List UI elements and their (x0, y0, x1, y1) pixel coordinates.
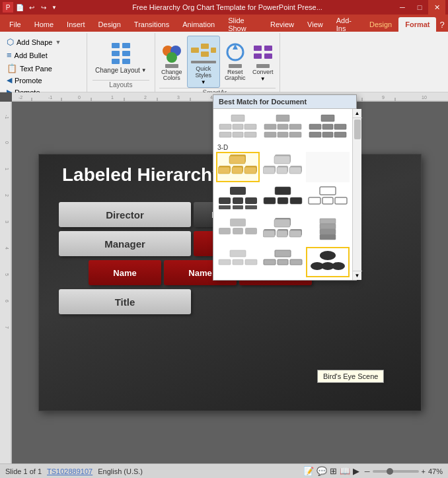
tab-animation[interactable]: Animation (176, 17, 221, 32)
svg-rect-124 (320, 229, 336, 234)
svg-rect-63 (233, 132, 243, 137)
quick-styles-button[interactable]: QuickStyles ▼ (187, 36, 220, 88)
svg-text:0: 0 (78, 95, 81, 100)
scroll-up-button[interactable]: ▲ (353, 109, 362, 118)
svg-rect-65 (276, 115, 289, 121)
3d-label: 3-D (216, 143, 350, 152)
reset-graphic-button[interactable]: ResetGraphic (223, 40, 248, 85)
tab-view[interactable]: View (301, 17, 330, 32)
tab-design-contextual[interactable]: Design (363, 17, 398, 32)
svg-rect-80 (229, 156, 245, 164)
style-flat-medium[interactable] (261, 112, 305, 142)
promote-icon: ◀ (7, 76, 12, 85)
style-flat-dark[interactable] (306, 112, 350, 142)
svg-rect-73 (309, 124, 321, 129)
slide-view-icon[interactable]: ⊞ (330, 466, 337, 476)
svg-text:-2: -2 (19, 95, 22, 100)
svg-rect-130 (275, 250, 291, 257)
svg-text:2: 2 (144, 95, 147, 100)
svg-rect-20 (264, 53, 272, 59)
svg-rect-117 (263, 230, 275, 237)
redo-qa-icon[interactable]: ↪ (38, 2, 49, 13)
tab-home[interactable]: Home (28, 17, 60, 32)
style-flat-light[interactable] (216, 112, 260, 142)
minimize-button[interactable]: ─ (394, 0, 411, 15)
style-gray-stack[interactable] (306, 215, 350, 246)
title-bar: P 📄 ↩ ↪ ▼ Free Hierarchy Org Chart Templ… (0, 0, 448, 15)
svg-rect-5 (122, 59, 130, 64)
style-3d-selected[interactable] (216, 152, 260, 182)
style-gray-3d[interactable] (261, 215, 305, 246)
svg-rect-101 (245, 205, 257, 209)
dropdown-scrollbar[interactable]: ▲ ▼ (352, 109, 361, 280)
svg-rect-103 (264, 197, 276, 204)
svg-rect-123 (320, 224, 336, 229)
zoom-out-button[interactable]: ─ (365, 467, 370, 475)
quick-styles-icon (190, 38, 217, 66)
reading-view-icon[interactable]: 📖 (340, 466, 350, 476)
comments-icon[interactable]: 💬 (317, 466, 327, 476)
style-line-medium[interactable] (261, 247, 305, 277)
add-bullet-button[interactable]: ≡ Add Bullet (4, 49, 84, 61)
svg-rect-14 (191, 61, 216, 63)
convert-caret: ▼ (260, 76, 266, 82)
convert-icon (252, 42, 274, 69)
promote-button[interactable]: ◀ Promote (4, 75, 84, 86)
tab-transitions[interactable]: Transitions (128, 17, 176, 32)
style-dark-outline[interactable] (306, 184, 350, 214)
create-graphic-group: ⬡ Add Shape ▼ ≡ Add Bullet 📋 Text Pane ◀… (1, 33, 87, 92)
svg-rect-133 (290, 259, 302, 265)
help-icon[interactable]: ? (436, 17, 448, 32)
qa-dropdown[interactable]: ▼ (50, 2, 58, 13)
style-birds-eye[interactable] (306, 247, 350, 277)
svg-rect-18 (264, 46, 272, 51)
text-pane-button[interactable]: 📋 Text Pane (4, 62, 84, 75)
style-line-light[interactable] (216, 247, 260, 277)
svg-rect-110 (230, 219, 246, 226)
notes-icon[interactable]: 📝 (303, 466, 314, 476)
tab-design[interactable]: Design (92, 17, 128, 32)
change-layout-caret: ▼ (141, 67, 147, 73)
slideshow-view-icon[interactable]: ▶ (353, 466, 359, 476)
zoom-level[interactable]: 47% (428, 467, 443, 475)
svg-rect-61 (244, 124, 256, 129)
svg-rect-72 (321, 115, 334, 121)
tab-file[interactable]: File (3, 17, 28, 32)
svg-rect-128 (233, 259, 243, 265)
add-shape-button[interactable]: ⬡ Add Shape ▼ (4, 36, 84, 48)
style-dark-medium[interactable] (261, 184, 305, 214)
svg-rect-105 (290, 197, 302, 204)
tab-addins[interactable]: Add-Ins (330, 17, 363, 32)
svg-rect-70 (278, 132, 288, 137)
style-dark-flat[interactable] (216, 184, 260, 214)
tab-slideshow[interactable]: Slide Show (221, 17, 264, 32)
tab-insert[interactable]: Insert (60, 17, 92, 32)
svg-text:2: 2 (5, 194, 9, 197)
maximize-button[interactable]: □ (411, 0, 428, 15)
svg-text:-1: -1 (5, 115, 9, 119)
change-layout-button[interactable]: Change Layout ▼ (93, 39, 149, 77)
tab-format[interactable]: Format (398, 17, 436, 32)
manager-box: Manager (59, 231, 191, 256)
change-colors-button[interactable]: ChangeColors (159, 40, 184, 85)
style-gray-light[interactable] (216, 215, 260, 246)
scroll-down-button[interactable]: ▼ (353, 271, 362, 280)
style-empty[interactable] (306, 152, 350, 182)
convert-button[interactable]: Convert ▼ (250, 40, 276, 84)
zoom-slider-track[interactable] (373, 470, 419, 473)
ribbon: ⬡ Add Shape ▼ ≡ Add Bullet 📋 Text Pane ◀… (0, 32, 448, 92)
main-area: -2 -1 0 1 2 3 4 5 6 7 8 9 10 (0, 92, 448, 463)
style-3d-medium[interactable] (261, 152, 305, 182)
close-button[interactable]: ✕ (428, 0, 445, 15)
svg-rect-3 (122, 51, 130, 56)
layouts-label: Layouts (93, 80, 149, 89)
svg-rect-132 (278, 259, 288, 265)
zoom-slider-thumb[interactable] (387, 468, 393, 475)
undo-qa-icon[interactable]: ↩ (26, 2, 37, 13)
name-box-1: Name (89, 260, 161, 285)
scroll-thumb[interactable] (354, 120, 361, 139)
tab-review[interactable]: Review (264, 17, 301, 32)
ribbon-tabs: File Home Insert Design Transitions Anim… (0, 15, 448, 32)
svg-rect-77 (322, 132, 333, 137)
zoom-in-button[interactable]: + (422, 467, 426, 475)
